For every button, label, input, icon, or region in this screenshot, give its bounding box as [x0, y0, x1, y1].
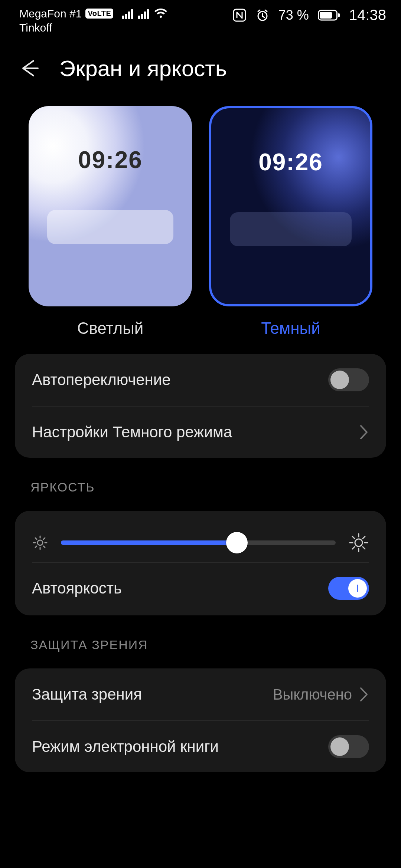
- row-auto-switch[interactable]: Автопереключение: [32, 354, 369, 406]
- ebook-mode-toggle[interactable]: [328, 735, 369, 758]
- eye-comfort-value: Выключено: [273, 686, 352, 703]
- svg-rect-4: [338, 13, 340, 17]
- theme-label-light: Светлый: [29, 319, 192, 338]
- brightness-low-icon: [32, 535, 48, 551]
- svg-rect-3: [320, 12, 332, 19]
- arrow-left-icon: [19, 57, 41, 79]
- brightness-high-icon: [348, 532, 369, 553]
- slider-thumb[interactable]: [226, 532, 248, 553]
- battery-icon: [318, 9, 340, 21]
- svg-point-6: [355, 539, 362, 546]
- preview-widget: [47, 210, 173, 244]
- carrier-1: MegaFon #1: [19, 7, 82, 21]
- brightness-slider-row: [32, 520, 369, 562]
- chevron-right-icon: [359, 424, 369, 440]
- carrier-2: Tinkoff: [19, 21, 167, 35]
- theme-label-dark: Темный: [209, 319, 372, 338]
- slider-fill: [61, 540, 237, 545]
- theme-option-light[interactable]: 09:26 Светлый: [29, 106, 192, 338]
- signal-strength-icon: [138, 9, 149, 19]
- page-title: Экран и яркость: [59, 56, 227, 81]
- row-auto-brightness[interactable]: Автояркость: [32, 562, 369, 614]
- section-title-eye: ЗАЩИТА ЗРЕНИЯ: [0, 615, 401, 652]
- volte-badge: VoLTE: [85, 9, 113, 19]
- svg-point-5: [38, 540, 43, 545]
- eye-card: Защита зрения Выключено Режим электронно…: [15, 668, 386, 772]
- alarm-icon: [255, 8, 270, 22]
- auto-brightness-toggle[interactable]: [328, 577, 369, 600]
- row-eye-comfort[interactable]: Защита зрения Выключено: [32, 668, 369, 720]
- status-bar: MegaFon #1 VoLTE Tinkoff 73 %: [0, 0, 401, 37]
- row-ebook-mode[interactable]: Режим электронной книги: [32, 720, 369, 772]
- back-button[interactable]: [15, 53, 45, 83]
- theme-preview-light: 09:26: [29, 106, 192, 306]
- header: Экран и яркость: [0, 37, 401, 95]
- brightness-slider[interactable]: [61, 535, 336, 551]
- mode-card: Автопереключение Настройки Темного режим…: [15, 354, 386, 458]
- wifi-icon: [154, 9, 167, 19]
- theme-preview-dark: 09:26: [209, 106, 372, 306]
- preview-time: 09:26: [29, 146, 192, 174]
- row-dark-mode-settings[interactable]: Настройки Темного режима: [32, 406, 369, 458]
- preview-time: 09:26: [211, 148, 370, 176]
- battery-percent: 73 %: [278, 7, 309, 23]
- nfc-icon: [232, 8, 247, 22]
- status-left: MegaFon #1 VoLTE Tinkoff: [19, 7, 167, 34]
- preview-widget: [230, 212, 352, 246]
- ebook-mode-label: Режим электронной книги: [32, 738, 219, 756]
- brightness-card: Автояркость: [15, 511, 386, 615]
- auto-switch-toggle[interactable]: [328, 368, 369, 391]
- theme-option-dark[interactable]: 09:26 Темный: [209, 106, 372, 338]
- section-title-brightness: ЯРКОСТЬ: [0, 458, 401, 494]
- eye-comfort-label: Защита зрения: [32, 685, 142, 703]
- theme-selector: 09:26 Светлый 09:26 Темный: [0, 95, 401, 338]
- status-time: 14:38: [349, 7, 386, 23]
- signal-strength-icon: [122, 9, 133, 19]
- status-right: 73 % 14:38: [232, 7, 386, 23]
- auto-switch-label: Автопереключение: [32, 371, 171, 389]
- dark-mode-settings-label: Настройки Темного режима: [32, 423, 232, 441]
- chevron-right-icon: [359, 687, 369, 702]
- auto-brightness-label: Автояркость: [32, 579, 122, 597]
